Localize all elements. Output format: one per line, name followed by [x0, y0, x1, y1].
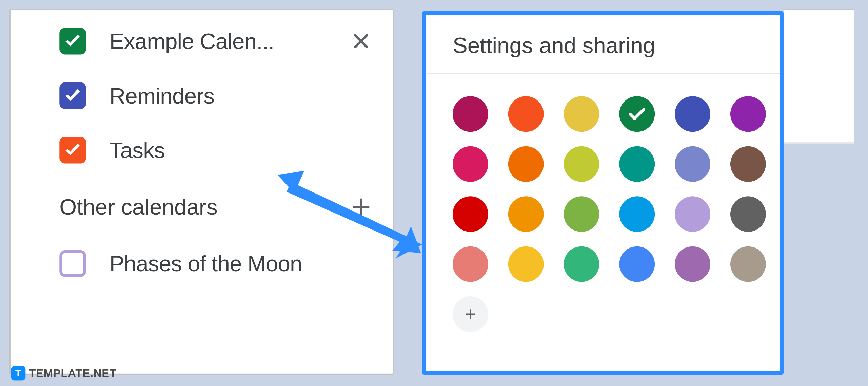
add-custom-color-button[interactable] — [453, 296, 488, 332]
color-swatch[interactable] — [564, 96, 599, 132]
other-calendars-title: Other calendars — [59, 194, 348, 219]
color-swatch[interactable] — [619, 246, 655, 282]
settings-and-sharing-item[interactable]: Settings and sharing — [426, 15, 780, 74]
color-swatch[interactable] — [619, 146, 655, 182]
color-swatch[interactable] — [675, 246, 710, 282]
template-badge-icon: T — [11, 366, 26, 381]
calendar-label: Phases of the Moon — [110, 251, 374, 276]
color-swatch[interactable] — [619, 96, 655, 132]
calendar-label: Tasks — [110, 137, 374, 163]
calendar-checkbox[interactable] — [59, 137, 86, 164]
color-swatch[interactable] — [508, 146, 544, 182]
color-swatch[interactable] — [675, 96, 710, 132]
color-picker-grid — [426, 74, 780, 332]
calendar-label: Reminders — [110, 83, 374, 108]
color-swatch[interactable] — [730, 146, 766, 182]
other-calendar-item[interactable]: Phases of the Moon — [59, 248, 374, 279]
calendar-checkbox[interactable] — [59, 82, 86, 109]
color-swatch[interactable] — [453, 196, 488, 232]
color-swatch[interactable] — [508, 96, 544, 132]
watermark-text: TEMPLATE.NET — [29, 367, 117, 380]
calendar-label: Example Calen... — [110, 29, 342, 54]
color-swatch[interactable] — [675, 196, 710, 232]
calendar-item[interactable]: Example Calen... — [59, 25, 374, 57]
add-other-calendar-button[interactable] — [348, 194, 374, 220]
color-swatch[interactable] — [453, 246, 488, 282]
color-swatch[interactable] — [730, 246, 766, 282]
plus-icon — [350, 196, 372, 218]
calendar-sidebar: Example Calen...RemindersTasks Other cal… — [9, 9, 394, 375]
color-swatch[interactable] — [508, 246, 544, 282]
background-stripe — [784, 9, 854, 143]
color-swatch[interactable] — [508, 196, 544, 232]
calendar-item[interactable]: Reminders — [59, 80, 374, 111]
color-swatch[interactable] — [453, 146, 488, 182]
color-swatch[interactable] — [730, 96, 766, 132]
color-swatch[interactable] — [619, 196, 655, 232]
calendar-item[interactable]: Tasks — [59, 134, 374, 166]
color-swatch[interactable] — [564, 146, 599, 182]
calendar-checkbox[interactable] — [59, 28, 86, 55]
color-swatch[interactable] — [730, 196, 766, 232]
color-swatch[interactable] — [675, 146, 710, 182]
template-watermark: T TEMPLATE.NET — [11, 366, 117, 381]
color-swatch[interactable] — [453, 96, 488, 132]
hide-calendar-button[interactable] — [348, 28, 374, 55]
check-icon — [627, 104, 647, 124]
color-swatch[interactable] — [564, 246, 599, 282]
calendar-options-popover: Settings and sharing — [422, 11, 784, 375]
other-calendars-section: Other calendars — [59, 194, 374, 220]
plus-icon — [462, 306, 479, 323]
color-swatch[interactable] — [564, 196, 599, 232]
calendar-checkbox[interactable] — [59, 250, 86, 277]
close-icon — [351, 31, 371, 51]
